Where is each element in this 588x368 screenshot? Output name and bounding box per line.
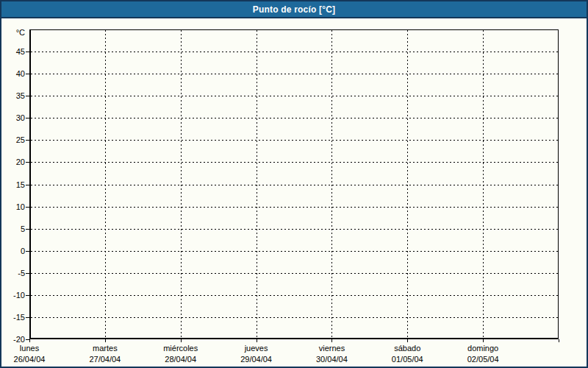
x-gridline xyxy=(407,30,408,339)
y-axis-tick xyxy=(26,185,29,185)
y-gridline xyxy=(31,74,558,74)
y-axis-tick xyxy=(26,273,29,274)
x-day-label: viernes xyxy=(296,344,367,353)
y-tick-label: 40 xyxy=(0,69,25,78)
y-gridline xyxy=(31,273,558,274)
x-day-label: lunes xyxy=(0,344,65,353)
x-axis-tick xyxy=(29,339,30,342)
x-day-label: domingo xyxy=(448,344,518,353)
y-tick-label: 0 xyxy=(0,247,25,255)
y-tick-label: 30 xyxy=(0,113,25,122)
x-day-label: miércoles xyxy=(146,344,216,353)
y-tick-label: 5 xyxy=(0,224,25,233)
y-axis-tick xyxy=(26,207,29,208)
x-axis-tick xyxy=(483,339,484,342)
x-gridline xyxy=(181,30,182,339)
x-gridline xyxy=(483,30,484,339)
x-date-label: 28/04/04 xyxy=(146,355,216,364)
x-day-label: jueves xyxy=(221,344,292,353)
y-axis-tick xyxy=(26,229,29,230)
y-tick-label: 10 xyxy=(0,202,25,211)
x-date-label: 27/04/04 xyxy=(70,355,140,364)
title-bar: Punto de rocío [°C] xyxy=(1,1,587,18)
y-axis-tick xyxy=(26,52,29,52)
y-axis-tick xyxy=(26,140,29,141)
y-tick-label: -5 xyxy=(0,269,25,277)
y-gridline xyxy=(31,185,558,185)
x-gridline xyxy=(331,30,332,339)
y-tick-label: 20 xyxy=(0,158,25,166)
y-gridline xyxy=(31,295,558,296)
x-axis-tick xyxy=(181,339,182,342)
y-gridline xyxy=(31,118,558,118)
x-axis-tick xyxy=(331,339,332,342)
y-axis-tick xyxy=(26,74,29,74)
y-gridline xyxy=(31,162,558,163)
y-axis-tick xyxy=(26,251,29,252)
x-axis-tick xyxy=(407,339,408,342)
x-axis-tick xyxy=(257,339,257,342)
x-date-label: 02/05/04 xyxy=(448,355,518,364)
y-gridline xyxy=(31,207,558,208)
x-date-label: 01/05/04 xyxy=(372,355,442,364)
y-tick-label: 45 xyxy=(0,47,25,56)
x-gridline xyxy=(257,30,257,339)
x-date-label: 26/04/04 xyxy=(0,355,65,364)
x-axis-tick xyxy=(559,339,559,342)
x-axis-tick xyxy=(105,339,106,342)
y-gridline xyxy=(31,96,558,96)
x-day-label: sábado xyxy=(372,344,442,353)
y-tick-label: 35 xyxy=(0,91,25,100)
y-axis-tick xyxy=(26,317,29,318)
x-gridline xyxy=(105,30,106,339)
y-unit-label: °C xyxy=(0,28,25,37)
application-window: Punto de rocío [°C] 454035302520151050-5… xyxy=(0,0,588,368)
chart-title: Punto de rocío [°C] xyxy=(253,4,336,15)
x-date-label: 30/04/04 xyxy=(296,355,367,364)
y-axis-tick xyxy=(26,118,29,118)
y-gridline xyxy=(31,317,558,318)
y-tick-label: 15 xyxy=(0,180,25,189)
x-date-label: 29/04/04 xyxy=(221,355,292,364)
y-axis-tick xyxy=(26,96,29,96)
y-gridline xyxy=(31,52,558,52)
y-tick-label: 25 xyxy=(0,135,25,144)
chart-area: 454035302520151050-5-10-15-20°Clunes26/0… xyxy=(1,18,587,367)
x-day-label: martes xyxy=(70,344,140,353)
y-gridline xyxy=(31,251,558,252)
y-tick-label: -10 xyxy=(0,291,25,300)
y-gridline xyxy=(31,229,558,230)
y-tick-label: -15 xyxy=(0,313,25,322)
y-axis-tick xyxy=(26,162,29,163)
y-axis-tick xyxy=(26,295,29,296)
y-gridline xyxy=(31,140,558,141)
y-tick-label: -20 xyxy=(0,335,25,344)
